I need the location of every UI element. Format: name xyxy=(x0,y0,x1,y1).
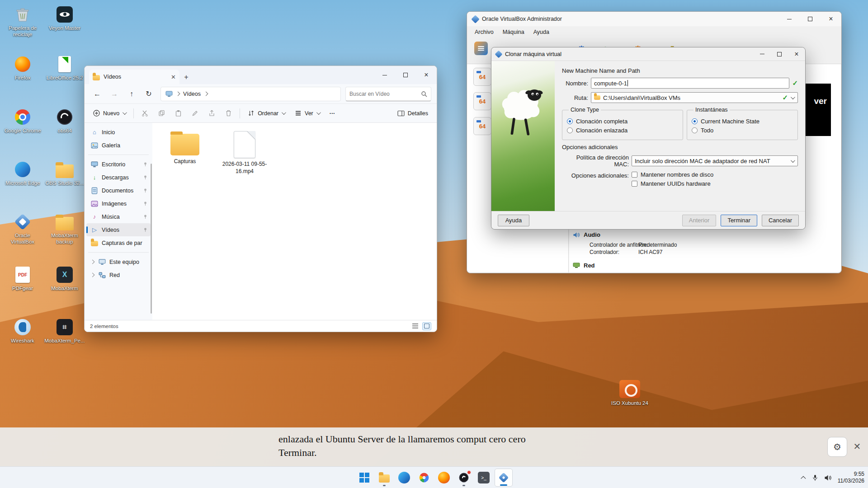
breadcrumb[interactable]: Vídeos xyxy=(160,87,341,101)
close-button[interactable]: × xyxy=(788,47,805,61)
sidebar-item-escritorio[interactable]: Escritorio xyxy=(86,158,151,171)
taskbar-clock[interactable]: 9:55 11/03/2026 xyxy=(838,471,864,484)
refresh-button[interactable]: ↻ xyxy=(142,87,156,101)
close-button[interactable]: × xyxy=(821,12,841,26)
desktop-icon-mobaxterm-backup[interactable]: MobaXterm backup xyxy=(45,213,84,245)
menu-ayuda[interactable]: Ayuda xyxy=(529,28,553,37)
desktop-icon-veyon-master[interactable]: Veyon Master xyxy=(45,5,84,31)
menu-archivo[interactable]: Archivo xyxy=(471,28,498,37)
desktop-icon-obs64[interactable]: obs64 xyxy=(45,108,84,134)
back-button[interactable]: ← xyxy=(90,87,104,101)
vm-thumbnail[interactable]: 64 xyxy=(473,117,491,135)
close-button[interactable]: × xyxy=(416,66,437,84)
breadcrumb-folder[interactable]: Vídeos xyxy=(183,91,201,97)
desktop-icon-chrome[interactable]: Google Chrome xyxy=(3,108,42,134)
minimize-button[interactable] xyxy=(374,66,395,84)
delete-button[interactable] xyxy=(221,107,236,119)
caption-close-button[interactable]: ✕ xyxy=(851,440,863,453)
cut-button[interactable] xyxy=(137,107,152,119)
microphone-icon[interactable] xyxy=(812,474,818,481)
new-button[interactable]: Nuevo xyxy=(89,107,130,119)
rename-button[interactable] xyxy=(188,107,203,119)
expander-chevron-icon[interactable] xyxy=(90,260,95,264)
desktop-icon-wireshark[interactable]: Wireshark xyxy=(3,318,42,344)
desktop-icon-libreoffice[interactable]: LibreOffice 25.2 xyxy=(45,55,84,81)
sidebar-item-imagenes[interactable]: Imágenes xyxy=(86,197,151,210)
sidebar-item-descargas[interactable]: ↓ Descargas xyxy=(86,171,151,184)
radio-all-snapshots[interactable]: Todo xyxy=(692,127,793,134)
sidebar-item-documentos[interactable]: Documentos xyxy=(86,184,151,197)
taskbar-virtualbox[interactable] xyxy=(495,469,513,487)
start-button[interactable] xyxy=(355,469,373,487)
list-view-button[interactable] xyxy=(410,322,420,330)
vm-name-input[interactable]: compute-0-1 xyxy=(591,78,789,89)
desktop-icon-mobaxterm[interactable]: X MobaXterm xyxy=(45,266,84,291)
maximize-button[interactable] xyxy=(395,66,416,84)
sidebar-item-capturas[interactable]: Capturas de par xyxy=(86,236,151,249)
tab-close-icon[interactable]: ✕ xyxy=(171,74,176,80)
minimize-button[interactable] xyxy=(754,47,771,61)
desktop-icon-firefox[interactable]: Firefox xyxy=(3,55,42,81)
search-box[interactable] xyxy=(345,87,431,101)
desktop-icon-virtualbox[interactable]: Oracle VirtualBox xyxy=(3,213,42,245)
help-button[interactable]: Ayuda xyxy=(498,215,529,226)
share-button[interactable] xyxy=(204,107,219,119)
virtualbox-title-bar[interactable]: Oracle VirtualBox Administrador × xyxy=(467,12,841,26)
file-tile-video[interactable]: 2026-03-11 09-55-16.mp4 xyxy=(221,129,268,175)
taskbar-terminal[interactable]: >_ xyxy=(475,469,493,487)
up-button[interactable]: ↑ xyxy=(124,87,139,101)
desktop-icon-edge[interactable]: Microsoft Edge xyxy=(3,160,42,186)
more-button[interactable]: ··· xyxy=(326,108,340,119)
new-tab-button[interactable]: + xyxy=(179,70,193,84)
menu-maquina[interactable]: Máquina xyxy=(499,28,528,37)
sidebar-scrollbar[interactable] xyxy=(151,164,152,314)
desktop-icon-pdfgear[interactable]: PDF PDFgear xyxy=(3,266,42,291)
taskbar-file-explorer[interactable] xyxy=(375,469,393,487)
radio-full-clone[interactable]: Clonación completa xyxy=(567,118,678,125)
forward-button[interactable]: → xyxy=(107,87,122,101)
vm-path-combo[interactable]: C:\Users\dani\VirtualBox VMs ✓ xyxy=(591,92,798,103)
speaker-icon[interactable] xyxy=(824,474,832,481)
desktop-icon-mobaxterm-installer[interactable]: ⌗ MobaXterm_Pe... xyxy=(45,318,84,344)
vm-thumbnail[interactable]: 64 xyxy=(473,68,491,86)
search-input[interactable] xyxy=(349,91,421,97)
taskbar-chrome[interactable] xyxy=(415,469,433,487)
sidebar-item-videos[interactable]: ▷ Vídeos xyxy=(86,223,151,236)
checkbox-keep-disk-names[interactable]: Mantener nombres de disco xyxy=(632,171,713,178)
expander-chevron-icon[interactable] xyxy=(90,273,95,277)
tray-chevron-up-icon[interactable] xyxy=(801,476,806,481)
caption-settings-button[interactable]: ⚙ xyxy=(827,437,847,457)
dialog-title-bar[interactable]: Clonar máquina virtual × xyxy=(491,47,805,61)
back-button[interactable]: Anterior xyxy=(682,215,717,226)
maximize-button[interactable] xyxy=(771,47,788,61)
view-button[interactable]: Ver xyxy=(291,107,324,119)
desktop-icon-obs-studio-folder[interactable]: OBS Studio 32... xyxy=(45,160,84,186)
file-tile-capturas[interactable]: Capturas xyxy=(161,129,208,165)
minimize-button[interactable] xyxy=(779,12,800,26)
checkbox-keep-uuids[interactable]: Mantener UUIDs hardware xyxy=(632,180,713,187)
cancel-button[interactable]: Cancelar xyxy=(762,215,799,226)
taskbar-firefox[interactable] xyxy=(435,469,453,487)
taskbar-obs[interactable] xyxy=(455,469,473,487)
vm-thumbnail[interactable]: 64 xyxy=(473,92,491,110)
sidebar-item-inicio[interactable]: ⌂ Inicio xyxy=(86,126,151,139)
mac-policy-dropdown[interactable]: Incluir solo dirección MAC de adaptador … xyxy=(632,155,798,166)
desktop-icon-iso-xubuntu[interactable]: ISO Xubuntu 24 xyxy=(610,380,649,406)
maximize-button[interactable] xyxy=(800,12,821,26)
details-pane-button[interactable]: Detalles xyxy=(393,108,432,119)
sidebar-item-este-equipo[interactable]: Este equipo xyxy=(86,255,151,268)
desktop-icon-recycle-bin[interactable]: Papelera de reciclaje xyxy=(3,5,42,38)
large-icons-view-button[interactable] xyxy=(422,322,431,330)
radio-current-state[interactable]: Current Machine State xyxy=(692,118,793,125)
sidebar-item-galeria[interactable]: Galería xyxy=(86,139,151,152)
radio-linked-clone[interactable]: Clonación enlazada xyxy=(567,127,678,134)
sidebar-item-red[interactable]: Red xyxy=(86,268,151,282)
taskbar-edge[interactable] xyxy=(395,469,413,487)
sidebar-item-musica[interactable]: ♪ Música xyxy=(86,210,151,223)
explorer-tab[interactable]: Vídeos ✕ xyxy=(89,70,179,84)
tools-icon[interactable] xyxy=(474,42,488,55)
copy-button[interactable] xyxy=(154,107,169,119)
paste-button[interactable] xyxy=(171,107,186,119)
sort-button[interactable]: Ordenar xyxy=(244,107,289,119)
finish-button[interactable]: Terminar xyxy=(721,215,757,226)
